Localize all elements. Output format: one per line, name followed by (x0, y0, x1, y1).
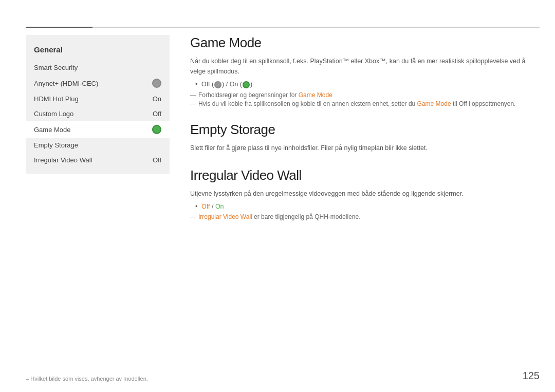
section-title-empty-storage: Empty Storage (190, 122, 540, 138)
sidebar-item-irregular-video-wall[interactable]: Irregular Video Wall Off (26, 153, 170, 167)
irregular-accent: Irregular Video Wall (198, 213, 252, 220)
section-title-irregular-video-wall: Irregular Video Wall (190, 167, 540, 183)
off-label: Off ( (201, 81, 214, 88)
sidebar-item-anynet[interactable]: Anynet+ (HDMI-CEC) (26, 75, 170, 91)
section-desc-game-mode: Når du kobler deg til en spillkonsoll, f… (190, 56, 540, 77)
separator: ) / On ( (222, 81, 242, 88)
sidebar-item-hdmi-hot-plug[interactable]: HDMI Hot Plug On (26, 91, 170, 106)
sidebar-item-label: Empty Storage (34, 141, 78, 149)
sidebar-item-value: On (153, 95, 161, 103)
sidebar-item-custom-logo[interactable]: Custom Logo Off (26, 106, 170, 121)
section-game-mode: Game Mode Når du kobler deg til en spill… (190, 35, 540, 107)
toggle-off-icon (214, 81, 221, 88)
sidebar-item-label: Game Mode (34, 126, 71, 134)
close-paren: ) (250, 81, 252, 88)
sidebar-item-value: Off (153, 110, 161, 118)
sidebar-title: General (26, 41, 170, 60)
game-mode-note-2: Hvis du vil koble fra spillkonsollen og … (190, 100, 540, 107)
sidebar-item-label: Smart Security (34, 64, 78, 71)
sidebar-item-label: HDMI Hot Plug (34, 95, 79, 103)
note-text-2b: til Off i oppsettmenyen. (451, 100, 516, 107)
game-mode-accent-1: Game Mode (299, 91, 332, 99)
sidebar-item-label: Custom Logo (34, 110, 73, 118)
separator2: / (210, 203, 215, 210)
irregular-bullet-1: Off / On (195, 203, 540, 210)
sidebar: General Smart Security Anynet+ (HDMI-CEC… (26, 35, 170, 174)
main-content: Game Mode Når du kobler deg til en spill… (190, 35, 540, 371)
top-line (26, 27, 540, 28)
sidebar-item-value: Off (153, 156, 161, 164)
game-mode-bullets: Off () / On () (190, 81, 540, 88)
irregular-bullets: Off / On (190, 203, 540, 210)
section-irregular-video-wall: Irregular Video Wall Utjevne lysstyrken … (190, 167, 540, 220)
game-mode-note-1: Forholdsregler og begrensninger for Game… (190, 91, 540, 99)
sidebar-item-label: Irregular Video Wall (34, 156, 92, 164)
game-mode-bullet-1: Off () / On () (195, 81, 540, 88)
footer-note: Hvilket bilde som vises, avhenger av mod… (26, 376, 148, 382)
toggle-anynet-icon (152, 79, 161, 88)
on-text: On (215, 203, 224, 210)
section-desc-irregular-video-wall: Utjevne lysstyrken på den uregelmessige … (190, 189, 540, 199)
top-line-accent (26, 27, 92, 28)
section-desc-empty-storage: Slett filer for å gjøre plass til nye in… (190, 143, 540, 153)
page-number: 125 (523, 370, 540, 382)
note-text: Forholdsregler og begrensninger for (198, 91, 299, 99)
toggle-game-mode-icon (152, 125, 161, 134)
off-text: Off (201, 203, 210, 210)
section-empty-storage: Empty Storage Slett filer for å gjøre pl… (190, 122, 540, 153)
sidebar-item-empty-storage[interactable]: Empty Storage (26, 138, 170, 153)
note-text-2: Hvis du vil koble fra spillkonsollen og … (198, 100, 417, 107)
sidebar-item-game-mode[interactable]: Game Mode (26, 121, 170, 138)
toggle-on-icon (243, 81, 250, 88)
sidebar-item-smart-security[interactable]: Smart Security (26, 60, 170, 75)
irregular-note-text: er bare tilgjengelig på QHH-modellene. (252, 213, 361, 220)
game-mode-accent-2: Game Mode (417, 100, 451, 107)
section-title-game-mode: Game Mode (190, 35, 540, 51)
sidebar-item-label: Anynet+ (HDMI-CEC) (34, 80, 98, 87)
irregular-note-1: Irregular Video Wall er bare tilgjengeli… (190, 213, 540, 220)
